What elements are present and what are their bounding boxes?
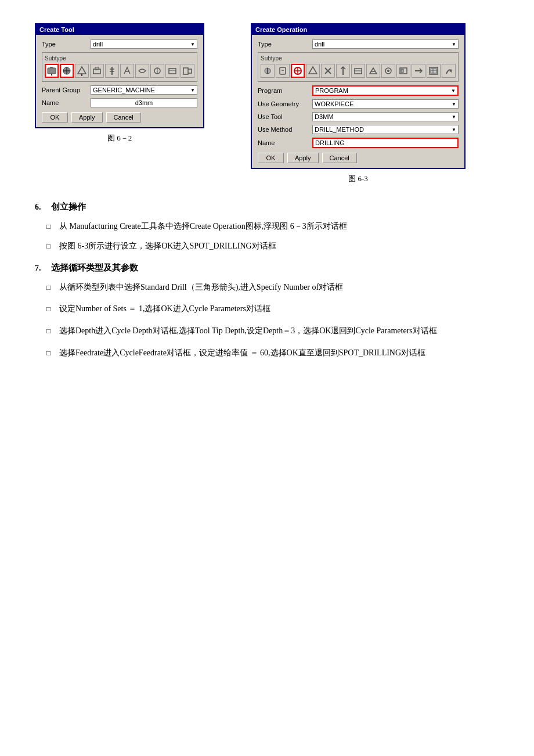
op-subtype-icon-12[interactable] (427, 64, 441, 78)
create-tool-dialog: Create Tool Type drill ▼ Subtype (35, 23, 204, 128)
svg-rect-16 (169, 69, 176, 74)
create-tool-ok-btn[interactable]: OK (42, 112, 68, 123)
section-7-header: 7. 选择循环类型及其参数 (35, 262, 499, 273)
section-7-list: 从循环类型列表中选择Standard Drill（三角形箭头),进入Specif… (35, 280, 499, 360)
subtype-row-1 (45, 64, 134, 78)
create-op-apply-btn[interactable]: Apply (287, 153, 319, 163)
op-subtype-icon-11[interactable] (412, 64, 425, 78)
section-7-bullet-3-text: 选择Depth进入Cycle Depth对话框,选择Tool Tip Depth… (59, 324, 437, 338)
create-operation-body: Type drill ▼ Subtype (252, 35, 464, 168)
tool-arrow: ▼ (452, 114, 456, 120)
name-label-tool: Name (42, 99, 88, 106)
use-tool-row: Use Tool D3MM ▼ (258, 112, 459, 121)
name-input-tool[interactable] (91, 98, 197, 107)
use-method-select[interactable]: DRILL_METHOD ▼ (312, 125, 459, 134)
create-op-cancel-btn[interactable]: Cancel (322, 153, 357, 163)
op-type-row: Type drill ▼ (258, 39, 459, 49)
program-row: Program PROGRAM ▼ (258, 85, 459, 96)
op-subtype-icon-6[interactable] (336, 64, 350, 78)
subtype-icon-10[interactable] (181, 64, 194, 78)
subtype-row-2 (135, 64, 194, 78)
section-6-bullet-2: 按图 6-3所示进行设立，选择OK进入SPOT_DRILLING对话框 (46, 239, 499, 253)
use-method-label: Use Method (258, 126, 310, 133)
create-operation-dialog: Create Operation Type drill ▼ Subtype (251, 23, 466, 169)
op-subtype-label: Subtype (261, 55, 456, 62)
svg-rect-21 (280, 67, 286, 74)
use-method-row: Use Method DRILL_METHOD ▼ (258, 125, 459, 134)
section-6-title: 创立操作 (51, 201, 86, 213)
create-tool-body: Type drill ▼ Subtype (36, 35, 203, 127)
op-type-label: Type (258, 41, 310, 48)
section-7-title: 选择循环类型及其参数 (51, 262, 138, 273)
create-operation-buttons: OK Apply Cancel (258, 153, 459, 163)
name-input-op[interactable] (312, 138, 459, 148)
op-subtype-icon-8[interactable] (366, 64, 380, 78)
op-subtype-section: Subtype (258, 52, 459, 82)
subtype-icon-4[interactable] (90, 64, 104, 78)
section-7-number: 7. (35, 264, 46, 273)
use-tool-select[interactable]: D3MM ▼ (312, 112, 459, 121)
create-operation-title: Create Operation (252, 24, 464, 35)
type-label: Type (42, 41, 88, 48)
create-tool-apply-btn[interactable]: Apply (71, 112, 103, 123)
section-6-bullet-2-text: 按图 6-3所示进行设立，选择OK进入SPOT_DRILLING对话框 (59, 239, 276, 253)
use-tool-label: Use Tool (258, 113, 310, 120)
parent-group-label: Parent Group (42, 87, 88, 93)
parent-group-arrow: ▼ (190, 88, 195, 93)
op-subtype-icon-10[interactable] (396, 64, 410, 78)
type-select-arrow: ▼ (190, 42, 195, 47)
subtype-icon-1[interactable] (45, 64, 59, 78)
create-op-ok-btn[interactable]: OK (258, 153, 284, 163)
program-arrow: ▼ (451, 88, 456, 93)
subtype-section: Subtype (42, 52, 197, 82)
use-geometry-label: Use Geometry (258, 100, 310, 107)
subtype-icon-6[interactable] (120, 64, 134, 78)
figure-caption-3: 图 6-3 (348, 174, 368, 184)
svg-marker-26 (309, 67, 317, 74)
create-tool-buttons: OK Apply Cancel (42, 112, 197, 123)
section-7: 7. 选择循环类型及其参数 从循环类型列表中选择Standard Drill（三… (35, 262, 499, 360)
svg-rect-18 (183, 68, 188, 74)
subtype-icon-3[interactable] (75, 64, 89, 78)
subtype-icon-8[interactable] (150, 64, 164, 78)
program-label: Program (258, 87, 310, 94)
name-row-tool: Name (42, 98, 197, 107)
svg-rect-1 (50, 67, 53, 69)
op-subtype-icon-13[interactable] (442, 64, 456, 78)
op-subtype-icon-2[interactable] (276, 64, 290, 78)
section-6-number: 6. (35, 203, 46, 212)
geometry-arrow: ▼ (452, 102, 456, 107)
subtype-icon-5[interactable] (105, 64, 119, 78)
section-6-list: 从 Manufacturing Create工具条中选择Create Opera… (35, 219, 499, 253)
create-tool-dialog-wrap: Create Tool Type drill ▼ Subtype (35, 23, 204, 184)
figure-caption-2: 图 6－2 (107, 133, 132, 143)
create-operation-dialog-wrap: Create Operation Type drill ▼ Subtype (251, 23, 466, 184)
op-subtype-icon-7[interactable] (351, 64, 365, 78)
parent-group-select[interactable]: GENERIC_MACHINE ▼ (91, 85, 197, 95)
name-label-op: Name (258, 139, 310, 146)
op-subtype-icon-1[interactable] (261, 64, 275, 78)
op-subtype-icon-9[interactable] (381, 64, 395, 78)
op-subtype-icon-5[interactable] (321, 64, 335, 78)
type-select[interactable]: drill ▼ (91, 39, 197, 49)
method-arrow: ▼ (452, 127, 456, 132)
op-type-arrow: ▼ (452, 42, 456, 47)
subtype-icon-7[interactable] (135, 64, 149, 78)
svg-rect-39 (431, 69, 436, 73)
subtype-label: Subtype (45, 55, 194, 62)
op-subtype-icon-3[interactable] (291, 64, 305, 78)
subtype-icon-9[interactable] (165, 64, 179, 78)
section-7-bullet-2: 设定Number of Sets ＝ 1,选择OK进入Cycle Paramet… (46, 302, 499, 316)
use-geometry-select[interactable]: WORKPIECE ▼ (312, 99, 459, 109)
section-7-bullet-4: 选择Feedrate进入CycleFeedrate对话框，设定进给率值 ＝ 60… (46, 346, 499, 360)
create-tool-title: Create Tool (36, 24, 203, 35)
parent-group-row: Parent Group GENERIC_MACHINE ▼ (42, 85, 197, 95)
name-row-op: Name (258, 138, 459, 148)
op-type-select[interactable]: drill ▼ (312, 39, 459, 49)
section-7-bullet-1-text: 从循环类型列表中选择Standard Drill（三角形箭头),进入Specif… (59, 280, 343, 294)
program-select[interactable]: PROGRAM ▼ (312, 85, 459, 96)
subtype-icon-2[interactable] (60, 64, 74, 78)
create-tool-cancel-btn[interactable]: Cancel (106, 112, 141, 123)
op-subtype-icon-4[interactable] (306, 64, 320, 78)
svg-rect-36 (401, 69, 403, 73)
